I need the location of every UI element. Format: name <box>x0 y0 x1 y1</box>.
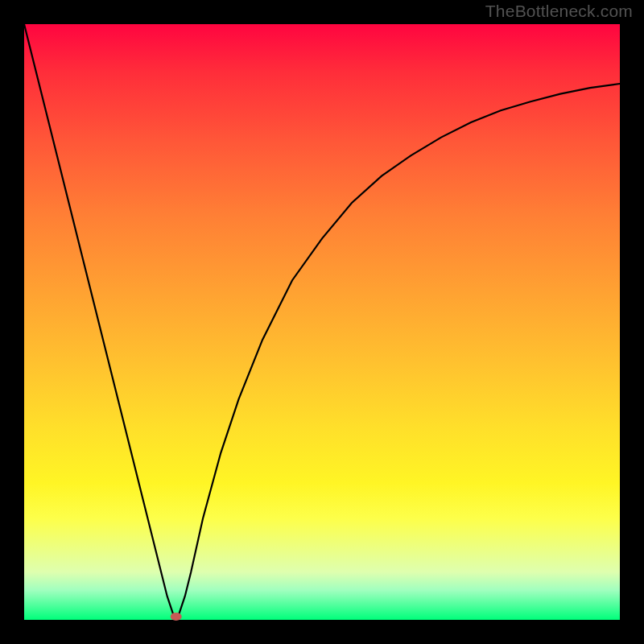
watermark-text: TheBottleneck.com <box>485 2 633 21</box>
bottleneck-curve <box>24 24 620 620</box>
chart-plot-area <box>24 24 620 620</box>
minimum-marker <box>171 613 182 621</box>
chart-frame: TheBottleneck.com <box>0 0 644 644</box>
curve-svg <box>24 24 620 620</box>
